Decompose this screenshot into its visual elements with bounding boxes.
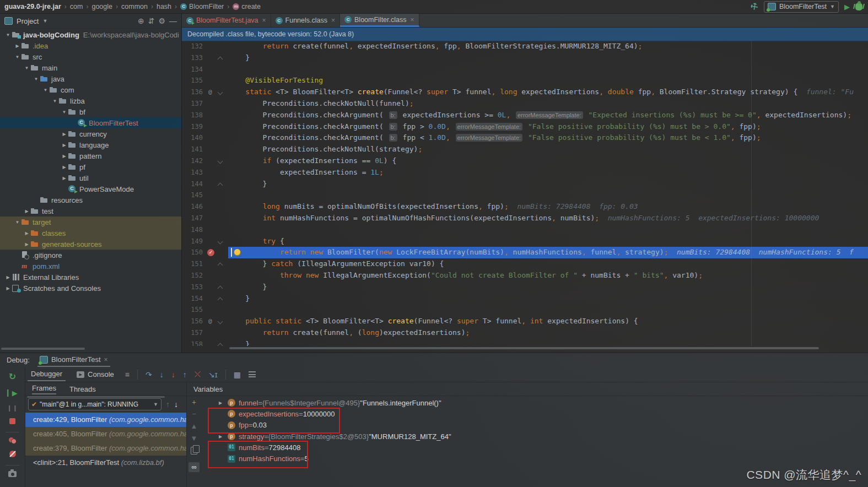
code-editor[interactable]: 132 return create(funnel, expectedInsert… <box>182 41 868 346</box>
code-line-157[interactable]: 157 return create(funnel, (long)expected… <box>182 327 868 339</box>
run-config-select[interactable]: BloomFilterTest ▼ <box>764 1 839 13</box>
locate-file-icon[interactable]: ⊕ <box>138 17 144 25</box>
prev-frame-arrow-icon[interactable]: ↑ <box>166 400 170 409</box>
tree-row-bf[interactable]: ▼bf <box>0 106 181 117</box>
code-line-154[interactable]: 154 } <box>182 293 868 305</box>
tree-row-java-bolgcoding[interactable]: ▼java-bolgCodingE:\workspaceall\java-bol… <box>0 29 181 40</box>
tree-toggle-icon[interactable]: ▶ <box>14 44 21 48</box>
breadcrumb-item[interactable]: google <box>91 3 112 10</box>
code-line-137[interactable]: 137 Preconditions.checkNotNull(funnel); <box>182 98 868 110</box>
breadcrumb-item[interactable]: common <box>121 3 148 10</box>
code-line-153[interactable]: 153 } <box>182 282 868 293</box>
tree-row-classes[interactable]: ▶classes <box>0 228 181 239</box>
editor-tab-funnels-class[interactable]: CFunnels.class× <box>271 14 340 27</box>
code-line-147[interactable]: 147 int numHashFunctions = optimalNumOfH… <box>182 213 868 224</box>
code-line-144[interactable]: 144 } <box>182 178 868 190</box>
tree-row-target[interactable]: ▼target <box>0 217 181 228</box>
close-icon[interactable]: × <box>104 356 108 364</box>
tree-toggle-icon[interactable]: ▼ <box>23 66 30 71</box>
code-line-132[interactable]: 132 return create(funnel, expectedInsert… <box>182 41 868 52</box>
fold-open-icon[interactable] <box>218 90 223 95</box>
debug-session-tab[interactable]: BloomFilterTest × <box>37 353 110 367</box>
frames-hscrollbar[interactable] <box>27 396 165 398</box>
tree-toggle-icon[interactable]: ▶ <box>61 176 68 181</box>
close-icon[interactable]: × <box>411 16 414 24</box>
tree-toggle-icon[interactable]: ▼ <box>14 220 21 225</box>
breadcrumb-item[interactable]: mcreate <box>233 3 261 10</box>
force-step-into-icon[interactable]: ↓ <box>171 370 175 379</box>
frame-row[interactable]: create:379, BloomFilter (com.google.comm… <box>25 441 186 456</box>
code-line-136[interactable]: 136@ static <T> BloomFilter<T> create(Fu… <box>182 86 868 98</box>
tree-toggle-icon[interactable]: ▼ <box>14 55 21 59</box>
tree-toggle-icon[interactable]: ▼ <box>51 99 58 104</box>
tree-toggle-icon[interactable]: ▶ <box>23 231 30 236</box>
project-hscrollbar[interactable] <box>1 348 85 350</box>
editor-tab-bloomfilter-class[interactable]: CBloomFilter.class× <box>340 14 419 27</box>
breadcrumb-item[interactable]: com <box>70 3 83 10</box>
stop-button[interactable] <box>0 418 25 426</box>
run-button[interactable]: ▶ <box>844 3 850 11</box>
code-line-152[interactable]: 152 throw new IllegalArgumentException("… <box>182 270 868 282</box>
expand-icon[interactable]: ▶ <box>219 434 228 439</box>
tree-row-pf[interactable]: ▶pf <box>0 161 181 172</box>
tree-toggle-icon[interactable]: ▼ <box>42 88 49 93</box>
variable-row-funnel[interactable]: ▶pfunnel = {Funnels$IntegerFunnel@495} "… <box>201 397 868 408</box>
code-line-158[interactable]: 158 } <box>182 339 868 346</box>
fold-open-icon[interactable] <box>218 159 223 164</box>
frame-row[interactable]: <clinit>:21, BloomFilterTest (com.lizba.… <box>25 456 186 470</box>
rerun-button[interactable]: ↻ <box>0 371 25 382</box>
fold-end-icon[interactable] <box>218 263 223 268</box>
expand-icon[interactable]: ▶ <box>219 401 228 405</box>
chevron-down-icon[interactable]: ▼ <box>42 18 47 24</box>
tree-row--idea[interactable]: ▶.idea <box>0 40 181 51</box>
code-line-135[interactable]: 135 @VisibleForTesting <box>182 75 868 86</box>
resume-button[interactable]: ▶ <box>0 389 25 397</box>
thread-dump-camera-icon[interactable] <box>0 470 25 479</box>
fold-open-icon[interactable] <box>218 239 223 244</box>
code-line-146[interactable]: 146 long numBits = optimalNumOfBits(expe… <box>182 201 868 213</box>
move-up-icon[interactable]: ▲ <box>191 423 198 430</box>
frame-row[interactable]: create:405, BloomFilter (com.google.comm… <box>25 427 186 441</box>
tab-threads[interactable]: Threads <box>69 385 96 393</box>
tree-toggle-icon[interactable]: ▼ <box>4 33 12 37</box>
step-over-icon[interactable]: ↷ <box>145 370 152 379</box>
tree-row-test[interactable]: ▶test <box>0 205 181 217</box>
code-line-133[interactable]: 133 } <box>182 52 868 64</box>
collapse-all-icon[interactable]: ⇵ <box>148 17 155 25</box>
tree-row--gitignore[interactable]: .gitignore <box>0 250 181 261</box>
tree-toggle-icon[interactable]: ▶ <box>23 209 30 214</box>
gear-icon[interactable]: ⚙ <box>158 17 165 25</box>
layout-menu-icon[interactable]: ≡ <box>125 370 130 379</box>
variable-row-numHashFunctions[interactable]: 01numHashFunctions = 5 <box>201 453 868 464</box>
tree-toggle-icon[interactable]: ▶ <box>61 154 68 159</box>
tree-row-generated-sources[interactable]: ▶generated-sources <box>0 239 181 250</box>
mute-breakpoints-button[interactable] <box>0 451 25 459</box>
project-panel-title[interactable]: Project <box>17 17 39 25</box>
tree-toggle-icon[interactable]: ▶ <box>4 275 12 280</box>
tree-row-util[interactable]: ▶util <box>0 172 181 183</box>
move-down-icon[interactable]: ▼ <box>191 435 198 442</box>
code-line-155[interactable]: 155 <box>182 304 868 316</box>
variable-row-strategy[interactable]: ▶pstrategy = {BloomFilterStrategies$2@50… <box>201 431 868 442</box>
tree-toggle-icon[interactable]: ▶ <box>61 132 68 137</box>
tree-toggle-icon[interactable]: ▶ <box>61 165 68 170</box>
code-line-139[interactable]: 139 Preconditions.checkArgument( b: fpp … <box>182 121 868 133</box>
code-line-150[interactable]: 150✓ return new BloomFilter(new LockFree… <box>182 247 868 258</box>
view-breakpoints-button[interactable] <box>0 437 25 446</box>
variable-row-numBits[interactable]: 01numBits = 72984408 <box>201 442 868 453</box>
hide-panel-icon[interactable]: — <box>169 17 177 25</box>
tree-row-bloomfiltertest[interactable]: BloomFilterTest <box>0 117 181 128</box>
debug-button[interactable] <box>855 3 862 10</box>
step-into-icon[interactable]: ↓ <box>160 370 164 379</box>
breakpoint-icon[interactable]: ✓ <box>207 249 214 256</box>
code-line-141[interactable]: 141 Preconditions.checkNotNull(strategy)… <box>182 144 868 155</box>
editor-hscrollbar[interactable] <box>229 347 819 349</box>
fold-end-icon[interactable] <box>218 285 223 291</box>
build-hammer-icon[interactable]: ⚒ <box>748 1 760 13</box>
tree-row-pattern[interactable]: ▶pattern <box>0 150 181 161</box>
fold-end-icon[interactable] <box>218 343 223 346</box>
tree-toggle-icon[interactable]: ▶ <box>4 286 12 291</box>
frame-row[interactable]: create:429, BloomFilter (com.google.comm… <box>25 413 186 427</box>
code-line-140[interactable]: 140 Preconditions.checkArgument( b: fpp … <box>182 132 868 144</box>
tree-row-currency[interactable]: ▶currency <box>0 128 181 139</box>
